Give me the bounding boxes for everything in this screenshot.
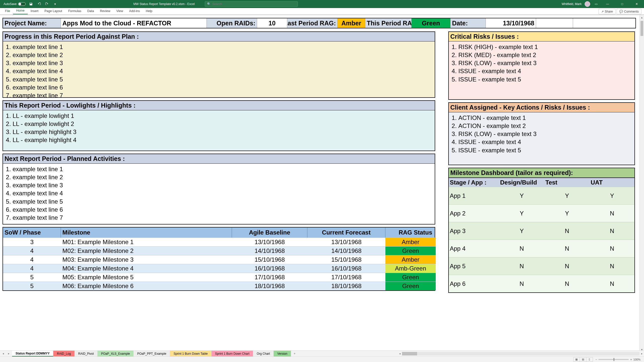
panel-lowlights-body[interactable]: LL - example lowlight 1LL - example lowl…	[3, 110, 435, 151]
panel-progress-body[interactable]: example text line 1example text line 2ex…	[3, 41, 435, 97]
ribbon-tab-view[interactable]: View	[113, 8, 126, 14]
ribbon-tab-data[interactable]: Data	[84, 8, 97, 14]
list-item[interactable]: LL - example lowlight 2	[13, 120, 433, 128]
dash-cell-design[interactable]: Y	[499, 187, 544, 204]
list-item[interactable]: example text line 2	[13, 173, 433, 181]
dash-cell-app[interactable]: App 6	[449, 275, 499, 292]
last-rag-value[interactable]: Amber	[338, 18, 365, 28]
ribbon-tab-file[interactable]: File	[2, 8, 13, 14]
sheet-tab-poap-xls-example[interactable]: POaP_XLS_Example	[98, 351, 134, 356]
panel-risks-body[interactable]: RISK (HIGH) - example text 1RISK (MED) -…	[449, 41, 634, 99]
panel-client-body[interactable]: ACTION - example text 1ACTION - example …	[449, 112, 634, 165]
dash-cell-uat[interactable]: N	[590, 222, 634, 240]
dash-cell-test[interactable]: Y	[544, 187, 590, 204]
table-row[interactable]: 4M02: Example Milestone 214/10/196814/10…	[3, 246, 435, 255]
dash-cell-uat[interactable]: N	[590, 240, 634, 257]
dash-cell-uat[interactable]: Y	[590, 187, 634, 204]
tab-nav-first[interactable]: ◂	[1, 351, 6, 356]
project-name-value[interactable]: Apps Mod to the Cloud - REFACTOR	[61, 18, 207, 28]
cell-baseline[interactable]: 17/10/1968	[232, 273, 307, 282]
open-raids-value[interactable]: 10	[257, 18, 287, 28]
dash-cell-app[interactable]: App 3	[449, 222, 499, 240]
cell-rag[interactable]: Green	[385, 282, 436, 290]
list-item[interactable]: ACTION - example text 2	[458, 122, 632, 130]
tab-nav-prev[interactable]: ▸	[6, 351, 12, 356]
undo-icon[interactable]	[36, 1, 42, 7]
dash-cell-design[interactable]: N	[499, 275, 544, 292]
maximize-button[interactable]: □	[616, 0, 628, 8]
hscroll-left-icon[interactable]: ◂	[397, 351, 402, 356]
ribbon-tab-formulas[interactable]: Formulas	[65, 8, 84, 14]
dash-cell-test[interactable]: Y	[544, 205, 590, 222]
autosave-pill[interactable]	[18, 2, 26, 6]
user-avatar[interactable]	[585, 1, 590, 7]
search-box[interactable]: 🔍	[205, 1, 298, 7]
dash-cell-test[interactable]: N	[544, 257, 590, 275]
autosave-toggle[interactable]: AutoSave	[4, 2, 26, 6]
ribbon-tab-insert[interactable]: Insert	[28, 8, 42, 14]
hscroll-thumb[interactable]	[402, 352, 417, 355]
dash-row[interactable]: App 6NNN	[449, 275, 634, 292]
search-input[interactable]	[212, 2, 296, 6]
dash-cell-test[interactable]: N	[544, 222, 590, 240]
sheet-tab-poap-ppt-example[interactable]: POaP_PPT_Example	[134, 351, 170, 356]
list-item[interactable]: example text line 4	[13, 189, 433, 197]
date-value[interactable]: 13/10/1968	[486, 18, 536, 28]
cell-phase[interactable]: 3	[3, 238, 61, 246]
list-item[interactable]: example text line 1	[13, 165, 433, 173]
table-row[interactable]: 3M01: Example Milestone 113/10/196813/10…	[3, 238, 435, 246]
dash-row[interactable]: App 2YYN	[449, 204, 634, 222]
dash-row[interactable]: App 5NNN	[449, 257, 634, 275]
dash-cell-uat[interactable]: N	[590, 205, 634, 222]
sheet-tab-sprint-1-burn-down-chart[interactable]: Sprint 1 Burn Down Chart	[212, 351, 253, 356]
list-item[interactable]: example text line 6	[13, 83, 433, 92]
share-button[interactable]: ↗Share	[598, 9, 616, 14]
cell-forecast[interactable]: 14/10/1968	[307, 246, 385, 255]
list-item[interactable]: LL - example highlight 4	[13, 136, 433, 144]
ribbon-tab-home[interactable]: Home	[13, 8, 27, 14]
list-item[interactable]: RISK (MED) - example text 2	[458, 51, 632, 59]
sheet-tab-org-chart[interactable]: Org Chart	[253, 351, 274, 356]
list-item[interactable]: example text line 3	[13, 59, 433, 67]
cell-baseline[interactable]: 15/10/1968	[232, 255, 307, 264]
list-item[interactable]: RISK (LOW) - example text 3	[458, 59, 632, 67]
dash-cell-test[interactable]: N	[544, 275, 590, 292]
minimize-button[interactable]: —	[602, 0, 613, 8]
panel-planned-body[interactable]: example text line 1example text line 2ex…	[3, 164, 435, 224]
list-item[interactable]: LL - example lowlight 1	[13, 112, 433, 120]
list-item[interactable]: example text line 5	[13, 75, 433, 83]
ribbon-tab-help[interactable]: Help	[143, 8, 155, 14]
zoom-slider[interactable]	[598, 359, 629, 360]
horizontal-scrollbar[interactable]: ◂ ▸	[397, 351, 644, 356]
table-row[interactable]: 4M04: Example Milestone 416/10/196816/10…	[3, 264, 435, 273]
cell-rag[interactable]: Amb-Green	[385, 264, 436, 273]
list-item[interactable]: RISK (HIGH) - example text 1	[458, 43, 632, 51]
cell-forecast[interactable]: 17/10/1968	[307, 273, 385, 282]
sheet-tab-sprint-1-burn-down-table[interactable]: Sprint 1 Burn Down Table	[170, 351, 212, 356]
cell-baseline[interactable]: 13/10/1968	[232, 238, 307, 246]
zoom-control[interactable]: − + 100%	[595, 358, 644, 361]
scroll-up-icon[interactable]: ▲	[640, 15, 644, 20]
list-item[interactable]: example text line 3	[13, 181, 433, 189]
dash-cell-design[interactable]: Y	[499, 205, 544, 222]
list-item[interactable]: ISSUE - example text 4	[458, 67, 632, 75]
cell-baseline[interactable]: 16/10/1968	[232, 264, 307, 273]
list-item[interactable]: example text line 7	[13, 92, 433, 100]
vertical-scrollbar[interactable]: ▲ ▼	[639, 15, 644, 352]
dash-cell-app[interactable]: App 4	[449, 240, 499, 257]
cell-rag[interactable]: Amber	[385, 238, 436, 246]
list-item[interactable]: example text line 1	[13, 43, 433, 51]
cell-phase[interactable]: 4	[3, 246, 61, 255]
cell-rag[interactable]: Amber	[385, 255, 436, 264]
add-sheet-button[interactable]: ＋	[291, 351, 298, 356]
ribbon-display-icon[interactable]: ▭	[593, 1, 599, 7]
ribbon-tab-page-layout[interactable]: Page Layout	[42, 8, 65, 14]
dash-cell-test[interactable]: N	[544, 240, 590, 257]
list-item[interactable]: ISSUE - example text 4	[458, 138, 632, 146]
cell-rag[interactable]: Green	[385, 273, 436, 282]
cell-milestone[interactable]: M04: Example Milestone 4	[61, 264, 232, 273]
dash-cell-app[interactable]: App 2	[449, 205, 499, 222]
cell-milestone[interactable]: M02: Example Milestone 2	[61, 246, 232, 255]
cell-forecast[interactable]: 18/10/1968	[307, 282, 385, 290]
list-item[interactable]: example text line 7	[13, 214, 433, 222]
